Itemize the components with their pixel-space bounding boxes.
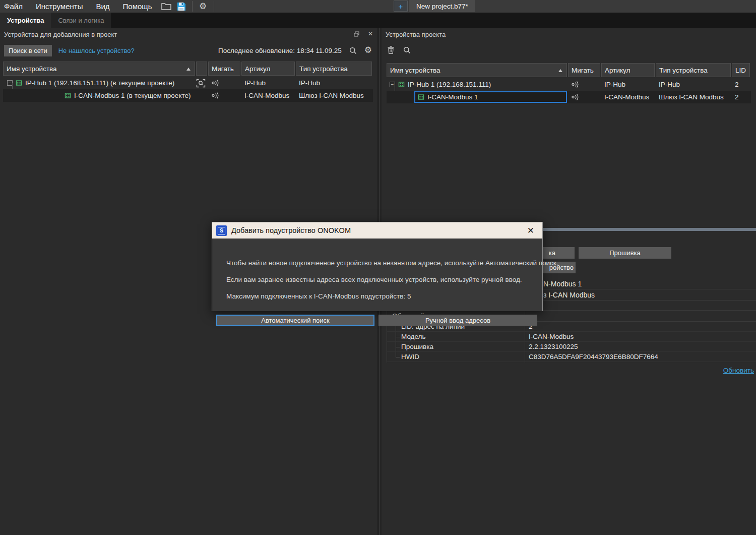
left-panel-title: Устройства для добавления в проект [4,31,117,38]
device-icon [398,81,405,88]
property-label: Прошивка [387,342,525,351]
device-name: IP-Hub 1 (192.168.151.111) [408,81,491,88]
delete-device-button[interactable] [388,46,394,54]
property-value: 2.2.1323100225 [525,342,578,351]
save-icon [177,2,186,11]
blink-signal-icon [571,81,580,88]
sort-asc-icon [558,69,562,72]
menubar-separator [192,1,193,12]
tab-devices[interactable]: Устройства [0,13,51,28]
menubar-separator [214,1,214,12]
sort-asc-icon [186,68,191,71]
add-subdevice-dialog: S Добавить подустройство ONOKOM ✕ Чтобы … [212,222,543,311]
column-header-articul[interactable]: Артикул [241,62,295,76]
device-name: I-CAN-Modbus 1 (в текущем проекте) [74,92,191,99]
close-panel-icon[interactable]: ✕ [368,31,373,37]
column-header-blank[interactable] [196,62,207,76]
menu-tools[interactable]: Инструменты [29,0,90,13]
dialog-title: Добавить подустройство ONOKOM [231,226,523,234]
column-header-lid[interactable]: LID [732,63,750,77]
onokom-app-icon: S [216,225,227,236]
property-value: I-CAN-Modbus [525,332,574,341]
property-value: C83D76A5DFA9F20443793E6B80DF7664 [525,352,658,362]
property-label: HWID [387,352,525,362]
device-articul: IP-Hub [241,77,296,89]
menu-view[interactable]: Вид [89,0,116,13]
blink-signal-icon [571,93,580,101]
table-row[interactable]: I-CAN-Modbus 1 (в текущем проекте) I-CAN… [3,89,373,102]
device-type: Шлюз I-CAN Modbus [296,89,373,102]
column-header-blink[interactable]: Мигать [568,63,600,77]
column-header-type[interactable]: Тип устройства [656,63,731,77]
column-header-articul[interactable]: Артикул [601,63,655,77]
column-header-name[interactable]: Имя устройства [3,62,195,76]
dialog-titlebar[interactable]: S Добавить подустройство ONOKOM ✕ [212,222,542,239]
main-tabstrip: Устройства Связи и логика [0,13,756,28]
dialog-text-line: Максимум подключенных к I-CAN-Modbus под… [226,292,411,300]
device-lid: 2 [732,91,750,103]
property-row: Модель I-CAN-Modbus [387,332,756,342]
last-update-label: Последнее обновление: 18:34 11.09.25 [218,47,342,54]
menu-help[interactable]: Помощь [116,0,159,13]
device-icon [418,94,424,100]
device-type: IP-Hub [296,77,373,89]
column-header-name[interactable]: Имя устройства [387,63,567,77]
dialog-text-line: Чтобы найти новое подключенное устройств… [226,259,558,267]
automatic-search-button[interactable]: Автоматический поиск [216,315,374,326]
property-row: Прошивка 2.2.1323100225 [387,342,756,352]
open-folder-button[interactable] [159,1,174,12]
search-network-button[interactable]: Поиск в сети [4,45,52,56]
gear-icon: ⚙ [199,2,207,11]
manual-address-input-button[interactable]: Ручной ввод адресов [379,315,537,326]
column-header-type[interactable]: Тип устройства [296,62,372,76]
device-articul: I-CAN-Modbus [601,91,656,103]
app-window: Файл Инструменты Вид Помощь ⚙ [0,0,756,535]
selected-name-cell[interactable]: I-CAN-Modbus 1 [414,91,567,103]
device-lid: 2 [732,78,750,91]
device-icon [65,92,71,99]
device-articul: I-CAN-Modbus [241,89,296,102]
close-icon[interactable]: ✕ [523,225,538,236]
menubar: Файл Инструменты Вид Помощь ⚙ [0,0,756,13]
property-row: HWID C83D76A5DFA9F20443793E6B80DF7664 [387,352,756,362]
device-name: IP-Hub 1 (192.168.151.111) (в текущем пр… [25,79,174,87]
folder-icon [161,3,171,10]
search-icon[interactable] [349,47,357,54]
new-project-tab-button[interactable]: + [394,1,408,12]
blink-button[interactable] [568,78,601,91]
firmware-button[interactable]: Прошивка [579,247,671,259]
dialog-text-line: Если вам заранее известны адреса всех по… [226,276,522,283]
device-type: Шлюз I-CAN Modbus [656,91,732,103]
device-name: I-CAN-Modbus 1 [427,93,478,101]
blink-button[interactable] [208,77,241,89]
tab-links-logic[interactable]: Связи и логика [51,13,111,28]
right-panel-title: Устройства проекта [386,31,446,38]
device-not-found-link[interactable]: Не нашлось устройство? [58,47,135,54]
column-header-blink[interactable]: Мигать [208,62,240,76]
blink-signal-icon [211,79,220,87]
blink-signal-icon [211,92,220,99]
locate-device-button[interactable] [196,77,208,89]
search-icon[interactable] [403,46,411,54]
blink-button[interactable] [568,91,601,103]
menu-file[interactable]: Файл [0,0,29,13]
settings-button[interactable]: ⚙ [196,1,211,12]
float-panel-icon[interactable] [354,31,359,37]
blink-button[interactable] [208,89,241,102]
device-type: IP-Hub [656,78,732,91]
gear-icon[interactable]: ⚙ [364,46,372,54]
refresh-link[interactable]: Обновить [723,367,754,374]
table-row[interactable]: − IP-Hub 1 (192.168.151.111) IP-Hub IP-H… [387,78,751,91]
table-row[interactable]: I-CAN-Modbus 1 I-CAN-Modbus Шлюз I-CAN M… [387,91,751,103]
save-button[interactable] [174,1,189,12]
scan-icon [196,79,206,88]
document-tab[interactable]: New project.b77* [409,0,475,12]
property-label: Модель [387,332,525,341]
device-icon [16,80,22,86]
device-articul: IP-Hub [601,78,656,91]
table-row[interactable]: − IP-Hub 1 (192.168.151.111) (в текущем … [3,77,373,89]
